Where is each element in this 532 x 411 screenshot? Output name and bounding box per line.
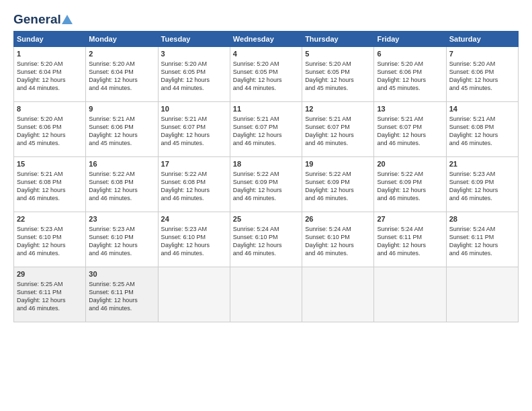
header: General [13, 12, 519, 26]
day-info: Sunrise: 5:20 AM Sunset: 6:04 PM Dayligh… [89, 60, 138, 91]
calendar-cell: 17Sunrise: 5:22 AM Sunset: 6:08 PM Dayli… [158, 157, 230, 212]
day-number: 6 [377, 49, 443, 59]
col-saturday: Saturday [446, 32, 518, 47]
col-wednesday: Wednesday [230, 32, 302, 47]
day-number: 5 [305, 49, 371, 59]
day-info: Sunrise: 5:21 AM Sunset: 6:07 PM Dayligh… [305, 116, 354, 146]
calendar-cell: 9Sunrise: 5:21 AM Sunset: 6:06 PM Daylig… [86, 102, 158, 157]
day-info: Sunrise: 5:20 AM Sunset: 6:06 PM Dayligh… [377, 60, 426, 91]
day-number: 15 [17, 159, 83, 169]
page: General Sunday Monday Tuesday Wednesday … [0, 0, 532, 411]
calendar-cell: 1Sunrise: 5:20 AM Sunset: 6:04 PM Daylig… [14, 47, 86, 102]
day-number: 7 [449, 49, 515, 59]
calendar-cell: 22Sunrise: 5:23 AM Sunset: 6:10 PM Dayli… [14, 212, 86, 267]
calendar-week-5: 29Sunrise: 5:25 AM Sunset: 6:11 PM Dayli… [14, 267, 519, 322]
calendar-cell: 2Sunrise: 5:20 AM Sunset: 6:04 PM Daylig… [86, 47, 158, 102]
day-info: Sunrise: 5:25 AM Sunset: 6:11 PM Dayligh… [89, 281, 138, 312]
day-info: Sunrise: 5:21 AM Sunset: 6:06 PM Dayligh… [89, 116, 138, 146]
day-number: 9 [89, 104, 154, 114]
calendar-cell: 29Sunrise: 5:25 AM Sunset: 6:11 PM Dayli… [14, 267, 86, 322]
calendar-cell: 6Sunrise: 5:20 AM Sunset: 6:06 PM Daylig… [374, 47, 446, 102]
day-info: Sunrise: 5:20 AM Sunset: 6:06 PM Dayligh… [449, 60, 498, 91]
calendar-cell: 18Sunrise: 5:22 AM Sunset: 6:09 PM Dayli… [230, 157, 302, 212]
day-info: Sunrise: 5:22 AM Sunset: 6:08 PM Dayligh… [89, 171, 138, 201]
calendar-week-2: 8Sunrise: 5:20 AM Sunset: 6:06 PM Daylig… [14, 102, 519, 157]
day-number: 8 [17, 104, 83, 114]
calendar-cell: 12Sunrise: 5:21 AM Sunset: 6:07 PM Dayli… [302, 102, 374, 157]
day-number: 16 [89, 159, 154, 169]
calendar-cell: 19Sunrise: 5:22 AM Sunset: 6:09 PM Dayli… [302, 157, 374, 212]
day-number: 20 [377, 159, 443, 169]
calendar-cell: 14Sunrise: 5:21 AM Sunset: 6:08 PM Dayli… [446, 102, 518, 157]
day-number: 29 [17, 269, 83, 279]
day-info: Sunrise: 5:23 AM Sunset: 6:10 PM Dayligh… [17, 226, 66, 257]
calendar-cell: 11Sunrise: 5:21 AM Sunset: 6:07 PM Dayli… [230, 102, 302, 157]
calendar-cell: 25Sunrise: 5:24 AM Sunset: 6:10 PM Dayli… [230, 212, 302, 267]
day-number: 19 [305, 159, 371, 169]
day-info: Sunrise: 5:24 AM Sunset: 6:11 PM Dayligh… [449, 226, 498, 257]
calendar-cell: 21Sunrise: 5:23 AM Sunset: 6:09 PM Dayli… [446, 157, 518, 212]
day-info: Sunrise: 5:20 AM Sunset: 6:04 PM Dayligh… [17, 60, 66, 91]
calendar-cell [446, 267, 518, 322]
logo-text-general: General [13, 12, 61, 27]
calendar-cell [230, 267, 302, 322]
calendar-cell: 10Sunrise: 5:21 AM Sunset: 6:07 PM Dayli… [158, 102, 230, 157]
day-number: 14 [449, 104, 515, 114]
calendar-cell: 8Sunrise: 5:20 AM Sunset: 6:06 PM Daylig… [14, 102, 86, 157]
day-info: Sunrise: 5:23 AM Sunset: 6:10 PM Dayligh… [161, 226, 210, 257]
calendar-cell: 3Sunrise: 5:20 AM Sunset: 6:05 PM Daylig… [158, 47, 230, 102]
day-info: Sunrise: 5:21 AM Sunset: 6:08 PM Dayligh… [449, 116, 498, 146]
day-info: Sunrise: 5:21 AM Sunset: 6:07 PM Dayligh… [377, 116, 426, 146]
day-number: 2 [89, 49, 154, 59]
day-number: 27 [377, 214, 443, 224]
day-info: Sunrise: 5:24 AM Sunset: 6:10 PM Dayligh… [233, 226, 282, 257]
day-number: 13 [377, 104, 443, 114]
col-monday: Monday [86, 32, 158, 47]
calendar-cell: 30Sunrise: 5:25 AM Sunset: 6:11 PM Dayli… [86, 267, 158, 322]
calendar-body: 1Sunrise: 5:20 AM Sunset: 6:04 PM Daylig… [14, 47, 519, 322]
calendar-cell: 13Sunrise: 5:21 AM Sunset: 6:07 PM Dayli… [374, 102, 446, 157]
day-info: Sunrise: 5:25 AM Sunset: 6:11 PM Dayligh… [17, 281, 66, 312]
calendar-cell: 28Sunrise: 5:24 AM Sunset: 6:11 PM Dayli… [446, 212, 518, 267]
day-info: Sunrise: 5:22 AM Sunset: 6:09 PM Dayligh… [305, 171, 354, 201]
logo: General [13, 12, 73, 26]
calendar-cell: 15Sunrise: 5:21 AM Sunset: 6:08 PM Dayli… [14, 157, 86, 212]
day-number: 17 [161, 159, 227, 169]
calendar-cell: 16Sunrise: 5:22 AM Sunset: 6:08 PM Dayli… [86, 157, 158, 212]
day-number: 28 [449, 214, 515, 224]
day-number: 26 [305, 214, 371, 224]
logo-triangle-icon [62, 15, 73, 24]
day-number: 10 [161, 104, 227, 114]
day-number: 12 [305, 104, 371, 114]
day-number: 25 [233, 214, 299, 224]
calendar-cell: 4Sunrise: 5:20 AM Sunset: 6:05 PM Daylig… [230, 47, 302, 102]
day-info: Sunrise: 5:24 AM Sunset: 6:10 PM Dayligh… [305, 226, 354, 257]
day-info: Sunrise: 5:23 AM Sunset: 6:10 PM Dayligh… [89, 226, 138, 257]
col-thursday: Thursday [302, 32, 374, 47]
day-number: 21 [449, 159, 515, 169]
day-info: Sunrise: 5:22 AM Sunset: 6:09 PM Dayligh… [377, 171, 426, 201]
day-info: Sunrise: 5:24 AM Sunset: 6:11 PM Dayligh… [377, 226, 426, 257]
day-info: Sunrise: 5:21 AM Sunset: 6:07 PM Dayligh… [161, 116, 210, 146]
day-info: Sunrise: 5:22 AM Sunset: 6:08 PM Dayligh… [161, 171, 210, 201]
day-info: Sunrise: 5:20 AM Sunset: 6:05 PM Dayligh… [161, 60, 210, 91]
col-tuesday: Tuesday [158, 32, 230, 47]
day-number: 30 [89, 269, 154, 279]
day-info: Sunrise: 5:20 AM Sunset: 6:05 PM Dayligh… [305, 60, 354, 91]
day-number: 3 [161, 49, 227, 59]
calendar-cell: 20Sunrise: 5:22 AM Sunset: 6:09 PM Dayli… [374, 157, 446, 212]
calendar-cell: 26Sunrise: 5:24 AM Sunset: 6:10 PM Dayli… [302, 212, 374, 267]
calendar-cell: 23Sunrise: 5:23 AM Sunset: 6:10 PM Dayli… [86, 212, 158, 267]
calendar-cell [374, 267, 446, 322]
day-info: Sunrise: 5:21 AM Sunset: 6:08 PM Dayligh… [17, 171, 66, 201]
day-number: 11 [233, 104, 299, 114]
day-info: Sunrise: 5:20 AM Sunset: 6:05 PM Dayligh… [233, 60, 282, 91]
day-number: 4 [233, 49, 299, 59]
header-row: Sunday Monday Tuesday Wednesday Thursday… [14, 32, 519, 47]
day-info: Sunrise: 5:21 AM Sunset: 6:07 PM Dayligh… [233, 116, 282, 146]
day-info: Sunrise: 5:22 AM Sunset: 6:09 PM Dayligh… [233, 171, 282, 201]
calendar-cell [302, 267, 374, 322]
calendar-week-3: 15Sunrise: 5:21 AM Sunset: 6:08 PM Dayli… [14, 157, 519, 212]
col-friday: Friday [374, 32, 446, 47]
calendar-cell: 27Sunrise: 5:24 AM Sunset: 6:11 PM Dayli… [374, 212, 446, 267]
